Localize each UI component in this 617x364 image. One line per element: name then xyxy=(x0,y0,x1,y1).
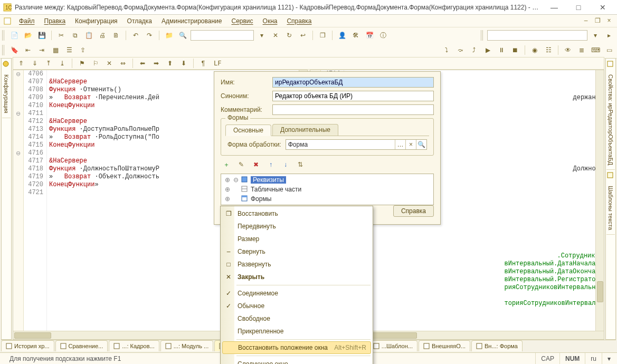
properties-vertical-tab[interactable]: Свойства: ирРедакторОбъектаБД xyxy=(606,70,615,170)
merge-left-icon[interactable]: ⬅ xyxy=(137,58,148,69)
menu-help[interactable]: Справка xyxy=(282,16,316,26)
calendar-icon[interactable]: 📅 xyxy=(364,30,375,41)
status-lang-dropdown-icon[interactable]: ▾ xyxy=(602,353,613,364)
tree-row-forms[interactable]: ⊕ Формы xyxy=(222,194,432,204)
whitespace-toggle-icon[interactable]: ¶ xyxy=(197,58,209,69)
toolbar-grip[interactable] xyxy=(2,30,5,41)
tree-icon[interactable]: ☰ xyxy=(63,44,75,56)
doc-tab[interactable]: ...: Кадров... xyxy=(109,340,159,351)
find-folder-icon[interactable]: 📁 xyxy=(163,30,175,41)
structure-tree[interactable]: ⊕⊖ Реквизиты ⊕ Табличные части ⊕ Формы xyxy=(221,174,434,205)
help-button[interactable]: Справка xyxy=(393,205,434,217)
export-icon[interactable]: ⇪ xyxy=(77,44,89,56)
window-close-button[interactable]: ✕ xyxy=(591,0,615,15)
breakpoints-list-icon[interactable]: ☷ xyxy=(543,44,554,56)
stack-icon[interactable]: ≣ xyxy=(576,44,587,56)
move-down-icon[interactable]: ↓ xyxy=(280,159,291,170)
ctx-item[interactable]: ✓Соединяемое xyxy=(222,287,372,300)
user-icon[interactable]: 👤 xyxy=(336,30,348,41)
diff-prev-change-icon[interactable]: ⇑ xyxy=(15,58,27,69)
diff-last-icon[interactable]: ⤓ xyxy=(56,58,68,69)
menu-service[interactable]: Сервис xyxy=(227,16,257,26)
tree-row-reqs[interactable]: ⊕⊖ Реквизиты xyxy=(222,175,432,185)
merge-right-icon[interactable]: ➡ xyxy=(150,58,162,69)
exec-query-icon[interactable]: ✕ xyxy=(270,30,281,41)
bookmark-prev-icon[interactable]: ⇤ xyxy=(22,44,34,56)
window-maximize-button[interactable]: □ xyxy=(566,0,591,15)
tree-row-tabs[interactable]: ⊕ Табличные части xyxy=(222,185,432,194)
doc-tab[interactable]: Сравнение... xyxy=(55,340,108,351)
info-icon[interactable]: ⓘ xyxy=(377,30,389,41)
ctx-item[interactable]: Следующее окно xyxy=(222,358,372,364)
search-icon[interactable]: 🔍 xyxy=(177,30,188,41)
ctx-item[interactable]: Восстановить положение окнаAlt+Shift+R xyxy=(222,341,371,354)
refresh-icon[interactable]: ↻ xyxy=(283,30,295,41)
ctx-item[interactable]: Прикрепленное xyxy=(222,325,372,338)
window-minimize-button[interactable]: — xyxy=(542,0,566,15)
toolbar-grip-2[interactable] xyxy=(481,30,484,41)
bookmark-set-icon[interactable]: 🔖 xyxy=(8,44,20,56)
name-input[interactable] xyxy=(272,77,434,88)
flag-start-icon[interactable]: ⚑ xyxy=(76,58,88,69)
goto-input[interactable] xyxy=(487,30,587,41)
merge-up-icon[interactable]: ⬆ xyxy=(164,58,176,69)
run-icon[interactable]: ▶ xyxy=(482,44,493,56)
ctx-item[interactable]: □Развернуть xyxy=(222,258,372,271)
menu-debug[interactable]: Отладка xyxy=(123,16,156,26)
add-item-icon[interactable]: ＋ xyxy=(221,159,232,170)
grid-icon[interactable]: ▦ xyxy=(50,44,61,56)
new-doc-icon[interactable]: 📄 xyxy=(8,30,20,41)
config-vertical-tab[interactable]: Конфигурация xyxy=(2,70,11,118)
search-dropdown-icon[interactable]: ▾ xyxy=(256,30,268,41)
flag-range-icon[interactable]: ⇔ xyxy=(117,58,129,69)
ctx-item[interactable]: ❐Восстановить xyxy=(222,207,372,220)
stop-icon[interactable]: ⏹ xyxy=(509,44,521,56)
search-input[interactable] xyxy=(191,30,254,41)
cut-icon[interactable]: ✂ xyxy=(55,30,67,41)
templates-vertical-tab[interactable]: Шаблоны текста xyxy=(606,181,615,235)
step-out-icon[interactable]: ⤴ xyxy=(468,44,480,56)
immediate-icon[interactable]: ⌨ xyxy=(590,44,601,56)
right-vertical-scrollbar[interactable] xyxy=(595,70,604,331)
doc-tab[interactable]: История хр... xyxy=(1,340,54,351)
breakpoint-icon[interactable]: ◉ xyxy=(529,44,540,56)
doc-tab[interactable]: ВнешняяО... xyxy=(419,340,470,351)
ctx-item[interactable]: –Свернуть xyxy=(222,245,372,258)
mdi-minimize-icon[interactable]: – xyxy=(581,16,591,25)
ctx-item[interactable]: Свободное xyxy=(222,312,372,325)
flag-end-icon[interactable]: ⚐ xyxy=(90,58,101,69)
save-icon[interactable]: 💾 xyxy=(36,30,48,41)
mdi-restore-icon[interactable]: ❐ xyxy=(593,16,602,25)
print-icon[interactable]: 🖨 xyxy=(97,30,108,41)
doc-tab[interactable]: Вн...: Форма xyxy=(471,340,523,351)
tools-icon[interactable]: 🛠 xyxy=(350,30,362,41)
ctx-item[interactable]: Передвинуть xyxy=(222,220,372,233)
flag-clear-icon[interactable]: ✕ xyxy=(103,58,115,69)
windows-icon[interactable]: ❐ xyxy=(317,30,328,41)
open-icon[interactable]: 📂 xyxy=(22,30,34,41)
comment-input[interactable] xyxy=(272,104,434,115)
diff-next-change-icon[interactable]: ⇓ xyxy=(29,58,41,69)
line-ending-indicator[interactable]: LF xyxy=(211,58,224,69)
goto-dropdown-icon[interactable]: ▾ xyxy=(590,30,601,41)
menu-admin[interactable]: Администрирование xyxy=(157,16,226,26)
delete-item-icon[interactable]: ✖ xyxy=(250,159,262,170)
watch-icon[interactable]: 👁 xyxy=(562,44,574,56)
bookmark-next-icon[interactable]: ⇥ xyxy=(36,44,48,56)
sort-icon[interactable]: ⇅ xyxy=(295,159,306,170)
combo-clear-icon[interactable]: × xyxy=(405,140,416,149)
undo-icon[interactable]: ↶ xyxy=(130,30,141,41)
redo-icon[interactable]: ↷ xyxy=(144,30,155,41)
move-up-icon[interactable]: ↑ xyxy=(265,159,277,170)
ctx-item[interactable]: ✕Закрыть xyxy=(222,271,372,283)
combo-lookup-icon[interactable]: 🔍 xyxy=(416,140,426,149)
copy-icon[interactable]: ⧉ xyxy=(69,30,81,41)
step-over-icon[interactable]: ⤼ xyxy=(454,44,466,56)
output-icon[interactable]: ▭ xyxy=(603,44,615,56)
status-lang[interactable]: ru xyxy=(585,353,602,364)
paste-icon[interactable]: 📋 xyxy=(83,30,94,41)
goto-run-icon[interactable]: ▸ xyxy=(603,30,615,41)
ctx-item[interactable]: Размер xyxy=(222,233,372,245)
tab-extra[interactable]: Дополнительные xyxy=(272,124,338,136)
toolbar-grip-3[interactable] xyxy=(2,45,5,55)
